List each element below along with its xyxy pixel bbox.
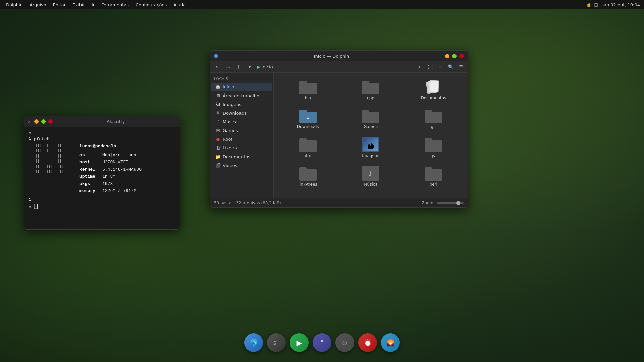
pfetch-os: os Manjaro Linux (79, 152, 176, 159)
pfetch-host-val: H270N-WIFI (102, 159, 128, 166)
sidebar-label-root: Root (223, 137, 232, 142)
terminal-maximize-btn[interactable] (41, 119, 46, 124)
menu-ir[interactable]: Ir (88, 0, 98, 9)
dock-timekeeper[interactable]: ⏰ (358, 333, 377, 352)
file-item-link-trees[interactable]: link-trees (278, 163, 338, 189)
dolphin-minimize-btn[interactable] (445, 54, 449, 58)
sidebar-item-downloads[interactable]: ⬇ Downloads (211, 109, 272, 117)
statusbar: 59 pastas, 32 arquivos (88,2 KiB) Zoom: (210, 198, 468, 207)
dolphin-close-btn[interactable] (459, 54, 464, 58)
forward-button[interactable]: → (223, 62, 233, 72)
dock-blocked[interactable]: ⊘ (335, 333, 354, 352)
file-item-documentos[interactable]: Documentos (404, 77, 464, 103)
games-icon: 🎮 (215, 128, 221, 133)
file-item-games[interactable]: Games (340, 106, 400, 132)
dock-notes[interactable]: " (313, 333, 331, 352)
pfetch-uptime-key: uptime (79, 173, 100, 180)
terminal-minimize-btn[interactable] (34, 119, 39, 124)
file-item-bin[interactable]: bin (278, 77, 338, 103)
menu-ferramentas[interactable]: Ferramentas (98, 0, 132, 9)
sidebar-label-videos: Vídeos (223, 163, 237, 168)
terminal-close-btn[interactable] (48, 119, 53, 124)
menu-ajuda[interactable]: Ajuda (170, 0, 189, 9)
pfetch-kernel: kernel 5.4.148-1-MANJO (79, 166, 176, 173)
menu-arquivo[interactable]: Arquivo (26, 0, 50, 9)
dolphin-winbtns-left (214, 54, 218, 58)
dolphin-maximize-btn[interactable] (452, 54, 457, 58)
file-label-musica: Música (364, 182, 378, 187)
dolphin-menu-btn[interactable] (214, 54, 218, 58)
timekeeper-dock-icon: ⏰ (364, 339, 372, 347)
docs-icon-small: 📁 (215, 154, 221, 159)
dolphin-winbtns-right (445, 54, 464, 58)
terminal-content[interactable]: λ λ pfetch |||||||| |||| |||||||| |||| |… (24, 127, 180, 213)
menu-app-name[interactable]: Dolphin (3, 0, 26, 9)
sidebar-label-imagens: Imagens (223, 102, 241, 107)
zoom-handle[interactable] (456, 201, 460, 205)
sidebar-item-inicio[interactable]: 🏠 Início (211, 83, 272, 91)
file-item-git[interactable]: git (404, 106, 464, 132)
file-label-games: Games (364, 124, 378, 129)
pfetch-ascii-art: |||||||| |||| |||||||| |||| |||| |||| ||… (29, 143, 75, 194)
hamburger-btn[interactable]: ☰ (457, 63, 465, 71)
images-preview: 🏔 (363, 138, 378, 151)
pfetch-memory-key: memory (79, 188, 100, 194)
sidebar-item-imagens[interactable]: 🖼 Imagens (211, 100, 272, 109)
terminal-line-1: λ (29, 129, 176, 136)
view-list-btn[interactable]: ≡ (437, 63, 445, 71)
music-icon-small: ♪ (215, 119, 221, 124)
pfetch-info: lucas@pcdasala os Manjaro Linux host H27… (75, 143, 176, 194)
file-item-html[interactable]: html (278, 134, 338, 161)
pfetch-kernel-key: kernel (79, 166, 100, 173)
dock-photos[interactable]: 🌄 (381, 333, 400, 352)
file-item-downloads[interactable]: Downloads (278, 106, 338, 132)
dock: 🐬 $_ ▶ " ⊘ ⏰ 🌄 (244, 333, 400, 352)
breadcrumb-location[interactable]: Início (261, 64, 273, 69)
dock-media-player[interactable]: ▶ (290, 333, 309, 352)
dolphin-window: Início — Dolphin ← → ↑ ▼ ▶ Início ⊟ ⋮⋮ ≡… (210, 50, 468, 208)
sidebar-label-desktop: Área de trabalho (223, 93, 259, 98)
sidebar-item-documentos[interactable]: 📁 Documentos (211, 153, 272, 161)
file-item-musica[interactable]: ♪ Música (340, 163, 400, 189)
sidebar-item-root[interactable]: ● Root (211, 135, 272, 143)
terminal-window: λ Alacritty λ λ pfetch |||||||| |||| |||… (24, 116, 180, 230)
sidebar-item-games[interactable]: 🎮 Games (211, 126, 272, 135)
split-view-btn[interactable]: ⊟ (417, 63, 425, 71)
folder-icon-git (425, 108, 442, 123)
file-item-perl[interactable]: perl (404, 163, 464, 189)
file-item-imagens[interactable]: 🏔 Imagens (340, 134, 400, 161)
file-item-js[interactable]: js (404, 134, 464, 161)
root-icon: ● (215, 137, 221, 142)
menu-configuracoes[interactable]: Configurações (132, 0, 170, 9)
videos-icon: 🎬 (215, 163, 221, 168)
zoom-control[interactable]: Zoom: (422, 201, 464, 205)
media-dock-icon: ▶ (297, 339, 302, 347)
file-label-downloads: Downloads (297, 124, 319, 129)
file-item-cpp[interactable]: cpp (340, 77, 400, 103)
menu-editar[interactable]: Editar (50, 0, 69, 9)
dropdown-button[interactable]: ▼ (245, 62, 254, 72)
search-btn[interactable]: 🔍 (447, 63, 455, 71)
back-button[interactable]: ← (213, 62, 222, 72)
sidebar: Locais 🏠 Início 🖥 Área de trabalho 🖼 Ima… (210, 73, 274, 198)
view-icons-btn[interactable]: ⋮⋮ (427, 63, 435, 71)
dock-terminal[interactable]: $_ (267, 333, 286, 352)
up-button[interactable]: ↑ (234, 62, 244, 72)
pfetch-user: lucas@pcdasala (79, 143, 176, 150)
sidebar-item-musica[interactable]: ♪ Música (211, 118, 272, 126)
zoom-slider[interactable] (437, 202, 464, 204)
folder-icon-cpp (362, 79, 379, 94)
menu-exibir[interactable]: Exibir (69, 0, 88, 9)
breadcrumb-arrow: ▶ (257, 65, 260, 69)
downloads-icon: ⬇ (215, 111, 221, 116)
dolphin-titlebar: Início — Dolphin (210, 51, 468, 61)
folder-icon-perl (425, 166, 442, 181)
folder-icon-html (299, 137, 317, 152)
sidebar-item-desktop[interactable]: 🖥 Área de trabalho (211, 92, 272, 100)
breadcrumb: ▶ Início (257, 64, 273, 69)
sidebar-item-lixeira[interactable]: 🗑 Lixeira (211, 144, 272, 152)
sidebar-label-downloads: Downloads (223, 111, 247, 116)
sidebar-item-videos[interactable]: 🎬 Vídeos (211, 161, 272, 170)
pfetch-memory-val: 1226M / 7917M (102, 188, 136, 194)
dock-dolphin[interactable]: 🐬 (244, 333, 263, 352)
